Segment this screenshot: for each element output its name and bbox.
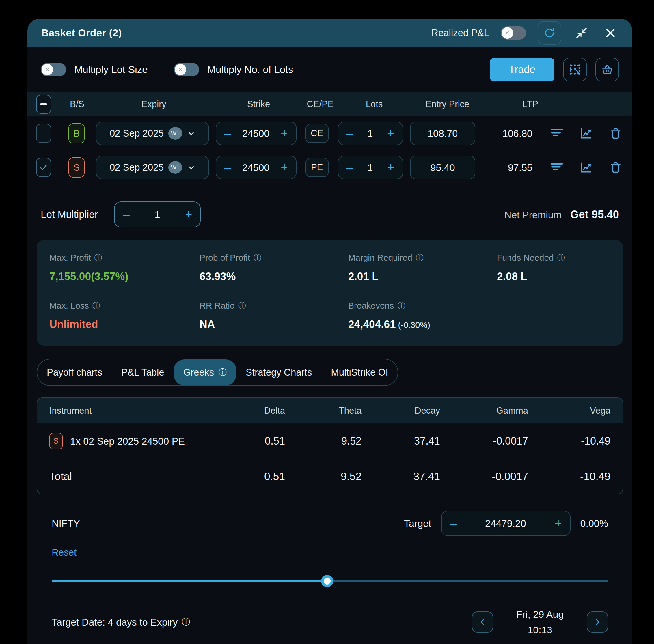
total-theta: 9.52	[285, 470, 361, 483]
strike-plus-button[interactable]: +	[279, 161, 289, 174]
chart-button[interactable]	[578, 159, 594, 176]
target-date: Fri, 29 Aug	[501, 606, 579, 622]
tab-greeks[interactable]: Greeks ⓘ	[174, 360, 236, 385]
x-glyph	[178, 67, 183, 72]
instrument-name: 1x 02 Sep 2025 24500 PE	[70, 436, 185, 447]
gamma-value: -0.0017	[440, 435, 528, 447]
info-icon[interactable]: ⓘ	[182, 616, 190, 628]
toolbar: Multiply Lot Size Multiply No. of Lots T…	[27, 56, 632, 84]
target-reset-link[interactable]: Reset	[52, 547, 76, 558]
chevron-down-icon	[187, 163, 196, 172]
underlying-price-slider[interactable]	[52, 575, 608, 588]
info-icon[interactable]: ⓘ	[92, 300, 100, 311]
target-date-label-row: Target Date: 4 days to Expiry ⓘ	[52, 616, 190, 628]
stat-label: Max. Loss	[49, 301, 89, 310]
target-minus-button[interactable]: –	[449, 517, 458, 529]
strike-stepper: – 24500 +	[216, 156, 296, 179]
check-icon	[39, 162, 48, 172]
lots-plus-button[interactable]: +	[386, 161, 396, 174]
chart-button[interactable]	[578, 125, 594, 141]
basket-button[interactable]	[595, 58, 619, 82]
col-delta: Delta	[230, 406, 285, 416]
tab-pnl-table[interactable]: P&L Table	[112, 360, 174, 385]
refresh-button[interactable]	[538, 21, 561, 45]
strategy-builder-button[interactable]	[563, 58, 587, 82]
info-icon[interactable]: ⓘ	[94, 253, 102, 263]
lots-plus-button[interactable]: +	[386, 127, 396, 139]
trade-button[interactable]: Trade	[490, 58, 555, 81]
trash-icon	[609, 161, 623, 174]
stat-value: 7,155.00(3.57%)	[49, 271, 200, 283]
strike-plus-button[interactable]: +	[279, 127, 289, 139]
row-checkbox[interactable]	[36, 124, 51, 143]
col-vega: Vega	[528, 406, 610, 416]
entry-price-input[interactable]: 95.40	[410, 156, 475, 179]
side-badge-buy[interactable]: B	[68, 123, 85, 143]
option-type-badge[interactable]: PE	[306, 158, 329, 177]
tab-payoff-charts[interactable]: Payoff charts	[37, 360, 112, 385]
breakeven-pct: (-0.30%)	[398, 320, 430, 330]
realized-pnl-label: Realized P&L	[431, 27, 489, 39]
select-nodes-icon	[568, 63, 582, 76]
target-plus-button[interactable]: +	[554, 517, 563, 529]
info-icon[interactable]: ⓘ	[219, 367, 227, 378]
col-cepe: CE/PE	[302, 99, 338, 109]
ltp-value: 106.80	[502, 128, 533, 139]
prev-date-button[interactable]	[472, 612, 493, 633]
multiply-lot-size-toggle[interactable]	[41, 63, 66, 76]
expiry-value: 02 Sep 2025	[110, 128, 164, 139]
info-icon[interactable]: ⓘ	[238, 300, 246, 311]
market-depth-button[interactable]	[549, 159, 565, 176]
date-navigation: Fri, 29 Aug 10:13	[472, 606, 608, 638]
info-icon[interactable]: ⓘ	[397, 300, 405, 311]
strike-minus-button[interactable]: –	[223, 127, 232, 139]
row-checkbox[interactable]	[36, 158, 51, 177]
col-ltp: LTP	[484, 99, 541, 109]
option-type-badge[interactable]: CE	[306, 124, 329, 143]
lots-value: 1	[367, 128, 373, 139]
market-depth-button[interactable]	[549, 125, 565, 141]
stat-label: Max. Profit	[49, 253, 91, 263]
next-date-button[interactable]	[587, 612, 608, 633]
row-actions	[549, 125, 624, 141]
strike-minus-button[interactable]: –	[223, 161, 232, 174]
stat-value: NA	[200, 318, 348, 330]
stat-value: Unlimited	[49, 318, 200, 330]
delete-button[interactable]	[608, 125, 624, 141]
stat-label: Breakevens	[348, 301, 394, 310]
underlying-symbol: NIFTY	[52, 518, 80, 529]
title-bar-actions: Realized P&L	[431, 21, 619, 45]
slider-handle[interactable]	[321, 575, 333, 587]
entry-price-input[interactable]: 108.70	[410, 121, 475, 145]
lots-minus-button[interactable]: –	[345, 127, 354, 139]
collapse-button[interactable]	[573, 24, 590, 42]
chevron-right-icon	[593, 617, 602, 627]
select-all-checkbox[interactable]	[36, 95, 51, 114]
multiply-no-of-lots-toggle[interactable]	[174, 63, 199, 76]
info-icon[interactable]: ⓘ	[416, 253, 424, 263]
basket-order-dialog: Basket Order (2) Realized P&L	[27, 19, 632, 644]
x-glyph	[45, 67, 50, 72]
total-decay: 37.41	[361, 470, 440, 483]
chevron-left-icon	[478, 617, 487, 627]
side-badge-sell[interactable]: S	[68, 157, 85, 178]
lots-minus-button[interactable]: –	[345, 161, 354, 174]
lot-multiplier-row: Lot Multiplier – 1 + Net Premium Get 95.…	[27, 201, 632, 228]
realized-pnl-toggle[interactable]	[501, 26, 526, 40]
target-stepper: – 24479.20 +	[441, 511, 570, 536]
info-icon[interactable]: ⓘ	[253, 253, 261, 263]
stat-prob-of-profit: Prob.of Profitⓘ 63.93%	[200, 253, 348, 283]
toggle-knob	[175, 64, 186, 75]
analysis-tabs: Payoff charts P&L Table Greeks ⓘ Strateg…	[37, 359, 398, 386]
tab-multistrike-oi[interactable]: MultiStrike OI	[321, 360, 398, 385]
delete-button[interactable]	[608, 159, 624, 176]
tab-strategy-charts[interactable]: Strategy Charts	[236, 360, 321, 385]
lot-multiplier-plus-button[interactable]: +	[184, 208, 194, 221]
expiry-select[interactable]: 02 Sep 2025 W1	[96, 121, 209, 145]
close-button[interactable]	[602, 24, 619, 42]
expiry-select[interactable]: 02 Sep 2025 W1	[96, 156, 209, 179]
col-expiry: Expiry	[93, 99, 215, 109]
lot-multiplier-label: Lot Multiplier	[41, 209, 98, 220]
lot-multiplier-minus-button[interactable]: –	[121, 208, 131, 221]
info-icon[interactable]: ⓘ	[557, 253, 565, 263]
